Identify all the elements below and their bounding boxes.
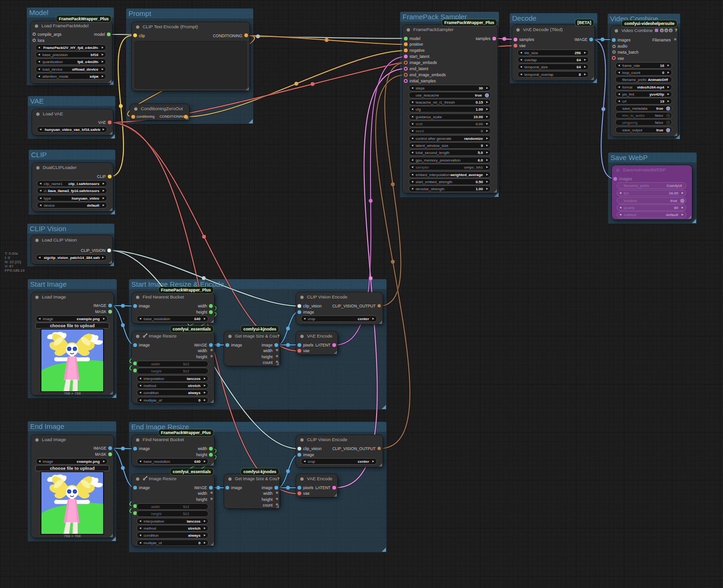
svg-text:S: S [670, 29, 672, 32]
svg-text:H: H [665, 29, 667, 32]
svg-text:?: ? [675, 28, 677, 32]
svg-text:V: V [661, 29, 663, 32]
